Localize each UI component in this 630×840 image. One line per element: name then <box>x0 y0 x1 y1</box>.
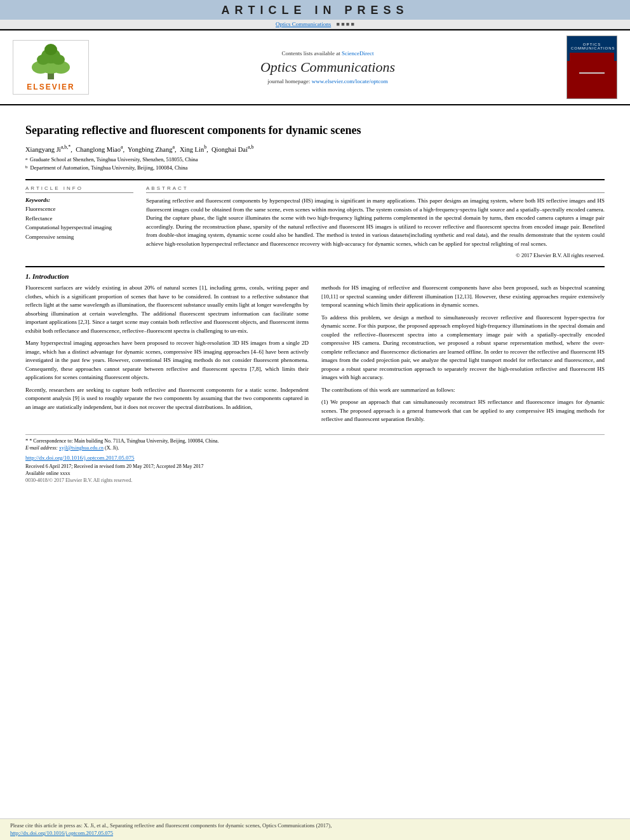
svg-point-5 <box>37 55 50 65</box>
info-abstract-section: ARTICLE INFO Keywords: Fluorescence Refl… <box>25 185 605 258</box>
elsevier-label-text: ELSEVIER <box>27 83 74 91</box>
author3-name: Yongbing Zhang <box>128 146 172 153</box>
citation-doi-line: http://dx.doi.org/10.1016/j.optcom.2017.… <box>10 829 620 837</box>
aip-banner-text: ARTICLE IN PRESS <box>221 4 408 17</box>
doi-section: http://dx.doi.org/10.1016/j.optcom.2017.… <box>25 455 605 483</box>
body-right-col: methods for HS imaging of reflective and… <box>321 284 605 428</box>
doi-link[interactable]: http://dx.doi.org/10.1016/j.optcom.2017.… <box>25 455 605 461</box>
citation-bar: Please cite this article in press as: X.… <box>0 818 630 841</box>
article-info-header: ARTICLE INFO <box>25 185 133 193</box>
section1-number: 1. <box>25 272 30 280</box>
abstract-col: ABSTRACT Separating reflective and fluor… <box>146 185 605 258</box>
thick-divider-2 <box>25 266 605 267</box>
contents-line: Contents lists available at ScienceDirec… <box>99 50 556 57</box>
author2-sup: a <box>121 144 123 150</box>
journal-cover: OPTICS COMMUNICATIONS <box>566 36 617 99</box>
email-text: E-mail address: xyjl@tsinghua.edu.cn (X.… <box>25 445 119 451</box>
aff-a-sup: a <box>25 156 27 163</box>
affiliation-a-text: Graduate School at Shenzhen, Tsinghua Un… <box>30 156 198 164</box>
keyword-1: Fluorescence <box>25 204 133 213</box>
keywords-label: Keywords: <box>25 197 133 203</box>
homepage-line: journal homepage: www.elsevier.com/locat… <box>99 78 556 84</box>
keyword-4: Compressive sensing <box>25 232 133 241</box>
authors-line: Xiangyang Jia,b,*, Changlong Miaoa, Yong… <box>25 144 605 153</box>
right-p2: To address this problem, we design a met… <box>321 314 605 382</box>
sciencedirect-link[interactable]: ScienceDirect <box>342 50 373 57</box>
left-p1: Fluorescent surfaces are widely existing… <box>25 284 309 335</box>
right-p4: (1) We propose an approach that can simu… <box>321 398 605 424</box>
header-area: ELSEVIER Contents lists available at Sci… <box>0 29 630 105</box>
issn-line: 0030-4018/© 2017 Elsevier B.V. All right… <box>25 477 605 483</box>
keyword-2: Reflectance <box>25 214 133 223</box>
elsevier-tree-icon <box>25 43 76 81</box>
author5-name: Qionghai Dai <box>211 146 248 153</box>
available-line: Available online xxxx <box>25 470 605 476</box>
svg-point-7 <box>44 44 57 55</box>
received-line: Received 6 April 2017; Received in revis… <box>25 463 605 469</box>
main-content: Separating reflective and fluorescent co… <box>0 105 630 818</box>
svg-point-6 <box>52 55 65 65</box>
affiliations: a Graduate School at Shenzhen, Tsinghua … <box>25 156 605 172</box>
email-link[interactable]: xyjl@tsinghua.edu.cn <box>59 445 104 451</box>
section1-heading: 1. Introduction <box>25 272 605 280</box>
body-left-col: Fluorescent surfaces are widely existing… <box>25 284 309 428</box>
contents-text: Contents lists available at <box>282 50 340 57</box>
right-p3: The contributions of this work are summa… <box>321 386 605 395</box>
keyword-3: Computational hyperspectral imaging <box>25 223 133 232</box>
author3-sup: a <box>172 144 175 150</box>
page-wrapper: ARTICLE IN PRESS Optics Communications ■… <box>0 0 630 840</box>
copyright-line: © 2017 Elsevier B.V. All rights reserved… <box>146 252 605 258</box>
journal-title: Optics Communications <box>99 59 556 76</box>
aff-b-sup: b <box>25 164 28 171</box>
citation-text: Please cite this article in press as: X.… <box>10 822 620 830</box>
nav-breadcrumb: ■ ■ ■ ■ <box>337 21 355 27</box>
author4-name: Xing Lin <box>180 146 204 153</box>
author5-sup: a,b <box>248 144 254 150</box>
affiliation-a-line: a Graduate School at Shenzhen, Tsinghua … <box>25 156 605 164</box>
affiliation-b-line: b Department of Automation, Tsinghua Uni… <box>25 164 605 172</box>
please-cite-text: Please cite this article in press as: X.… <box>10 822 332 829</box>
left-p2: Many hyperspectral imaging approaches ha… <box>25 339 309 382</box>
correspondence-line: * * Correspondence to: Main building No.… <box>25 437 605 444</box>
author4-sup: b <box>204 144 206 150</box>
keywords-list: Fluorescence Reflectance Computational h… <box>25 204 133 241</box>
author1-name: Xiangyang Ji <box>25 146 61 153</box>
email-line: E-mail address: xyjl@tsinghua.edu.cn (X.… <box>25 445 605 451</box>
body-two-col: Fluorescent surfaces are widely existing… <box>25 284 605 428</box>
article-title: Separating reflective and fluorescent co… <box>25 123 605 138</box>
nav-journal-name[interactable]: Optics Communications <box>276 21 331 27</box>
footnote-area: * * Correspondence to: Main building No.… <box>25 434 605 451</box>
journal-nav-bar: Optics Communications ■ ■ ■ ■ <box>0 20 630 29</box>
abstract-header: ABSTRACT <box>146 185 605 193</box>
affiliation-b-text: Department of Automation, Tsinghua Unive… <box>30 164 188 172</box>
author1-sup: a,b,* <box>61 144 71 150</box>
abstract-text: Separating reflective and fluorescent co… <box>146 197 605 248</box>
journal-center: Contents lists available at ScienceDirec… <box>99 50 556 84</box>
article-info-col: ARTICLE INFO Keywords: Fluorescence Refl… <box>25 185 133 258</box>
elsevier-logo: ELSEVIER <box>13 40 89 95</box>
correspondence-text: * Correspondence to: Main building No. 7… <box>29 438 218 444</box>
left-p3: Recently, researchers are seeking to cap… <box>25 386 309 412</box>
right-p1: methods for HS imaging of reflective and… <box>321 284 605 310</box>
author2-name: Changlong Miao <box>76 146 121 153</box>
citation-doi-link[interactable]: http://dx.doi.org/10.1016/j.optcom.2017.… <box>10 830 113 836</box>
section1-title: Introduction <box>32 272 69 280</box>
thick-divider-1 <box>25 179 605 180</box>
aip-banner: ARTICLE IN PRESS <box>0 0 630 20</box>
homepage-label: journal homepage: <box>267 78 310 84</box>
homepage-url[interactable]: www.elsevier.com/locate/optcom <box>312 78 388 84</box>
